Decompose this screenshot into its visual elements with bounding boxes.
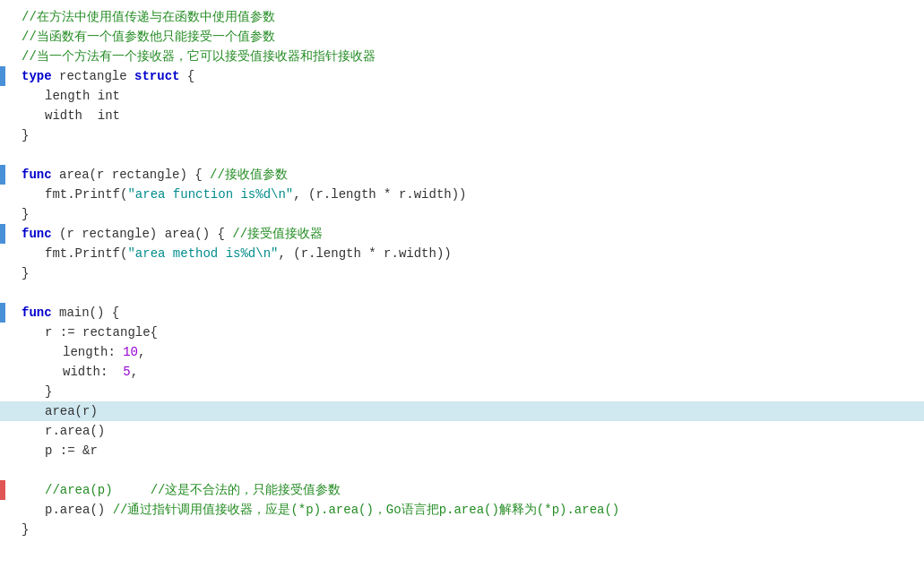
code-line: p := &r	[0, 441, 924, 460]
code-token: area(r)	[45, 404, 98, 418]
line-text: r := rectangle{	[9, 323, 158, 342]
code-token: fmt.Printf(	[45, 246, 127, 261]
code-token: rectangle	[52, 69, 134, 83]
code-token: func	[22, 306, 52, 320]
code-line: //area(p) //这是不合法的，只能接受值参数	[0, 480, 924, 500]
code-token: //接收值参数	[210, 168, 288, 182]
code-editor: //在方法中使用值传递与在函数中使用值参数//当函数有一个值参数他只能接受一个值…	[0, 0, 924, 568]
line-text: fmt.Printf("area method is%d\n", (r.leng…	[9, 244, 452, 263]
code-line: width: 5,	[0, 362, 924, 382]
line-text: length: 10,	[9, 342, 145, 362]
code-token: func	[22, 168, 52, 182]
line-text: r.area()	[9, 421, 105, 441]
code-token: }	[45, 384, 52, 399]
code-token: fmt.Printf(	[45, 187, 127, 202]
code-token: , (r.length * r.width))	[278, 246, 451, 261]
code-token: width:	[63, 365, 123, 379]
line-text: func area(r rectangle) { //接收值参数	[9, 165, 288, 185]
line-text	[9, 283, 29, 303]
line-text: func (r rectangle) area() { //接受值接收器	[9, 224, 323, 244]
code-line: func area(r rectangle) { //接收值参数	[0, 165, 924, 185]
code-token: "area function is%d\n"	[127, 187, 293, 202]
code-line: //当函数有一个值参数他只能接受一个值参数	[0, 27, 924, 47]
line-text: //在方法中使用值传递与在函数中使用值参数	[9, 7, 275, 27]
code-line: area(r)	[0, 401, 924, 421]
line-marker	[0, 520, 5, 539]
line-marker	[0, 460, 5, 480]
code-token: length int	[45, 89, 120, 103]
code-line	[0, 283, 924, 303]
code-line: func main() {	[0, 303, 924, 323]
line-text	[9, 460, 29, 480]
code-token: }	[22, 128, 29, 142]
line-marker	[0, 106, 5, 125]
line-text: }	[9, 263, 29, 283]
code-token: //在方法中使用值传递与在函数中使用值参数	[22, 10, 275, 24]
line-text: //当函数有一个值参数他只能接受一个值参数	[9, 27, 275, 47]
code-line: width int	[0, 106, 924, 125]
code-line: }	[0, 204, 924, 224]
code-line: r.area()	[0, 421, 924, 441]
line-marker	[0, 7, 5, 27]
line-marker	[0, 145, 5, 165]
code-line: r := rectangle{	[0, 323, 924, 342]
code-token: width int	[45, 108, 120, 123]
code-line: func (r rectangle) area() { //接受值接收器	[0, 224, 924, 244]
line-marker	[0, 441, 5, 460]
code-line: length int	[0, 86, 924, 106]
line-marker	[0, 342, 5, 362]
code-token: //当一个方法有一个接收器，它可以接受值接收器和指针接收器	[22, 49, 376, 64]
line-marker	[0, 500, 5, 520]
code-token: //area(p)	[45, 483, 151, 497]
code-content: //在方法中使用值传递与在函数中使用值参数//当函数有一个值参数他只能接受一个值…	[0, 0, 924, 546]
code-line: }	[0, 125, 924, 145]
line-marker	[0, 323, 5, 342]
line-text: func main() {	[9, 303, 119, 323]
line-text: p := &r	[9, 441, 98, 460]
code-line: length: 10,	[0, 342, 924, 362]
line-marker	[0, 362, 5, 382]
code-line: }	[0, 382, 924, 401]
line-text: width int	[9, 106, 120, 125]
line-marker	[0, 401, 5, 421]
code-line: fmt.Printf("area function is%d\n", (r.le…	[0, 185, 924, 204]
code-token: ,	[138, 345, 145, 359]
code-token: main() {	[52, 306, 120, 320]
code-line	[0, 145, 924, 165]
line-text: area(r)	[9, 401, 98, 421]
line-marker	[0, 303, 5, 323]
line-marker	[0, 185, 5, 204]
line-text: type rectangle struct {	[9, 66, 194, 86]
code-token: 10	[123, 345, 138, 359]
code-token: area(r rectangle) {	[52, 168, 210, 182]
code-line	[0, 460, 924, 480]
line-marker	[0, 66, 5, 86]
code-token: type	[22, 69, 52, 83]
code-token: //通过指针调用值接收器，应是(*p).area()，Go语言把p.area()…	[113, 503, 620, 517]
line-marker	[0, 244, 5, 263]
code-token: func	[22, 227, 52, 241]
code-token: (r rectangle) area() {	[52, 227, 233, 241]
code-token: length:	[63, 345, 123, 359]
code-token: }	[22, 522, 29, 537]
code-line: p.area() //通过指针调用值接收器，应是(*p).area()，Go语言…	[0, 500, 924, 520]
line-marker	[0, 283, 5, 303]
line-marker	[0, 47, 5, 66]
code-token: {	[179, 69, 194, 83]
line-marker	[0, 382, 5, 401]
line-marker	[0, 204, 5, 224]
line-marker	[0, 224, 5, 244]
line-text: }	[9, 125, 29, 145]
line-text: //area(p) //这是不合法的，只能接受值参数	[9, 480, 341, 500]
code-line: //当一个方法有一个接收器，它可以接受值接收器和指针接收器	[0, 47, 924, 66]
code-token: ,	[131, 365, 138, 379]
line-marker	[0, 421, 5, 441]
code-token: r := rectangle{	[45, 325, 158, 340]
code-token: 5	[123, 365, 130, 379]
code-line: }	[0, 263, 924, 283]
line-text: }	[9, 204, 29, 224]
line-text: length int	[9, 86, 120, 106]
code-token: }	[22, 266, 29, 280]
line-text: }	[9, 382, 52, 401]
code-token: r.area()	[45, 424, 105, 438]
